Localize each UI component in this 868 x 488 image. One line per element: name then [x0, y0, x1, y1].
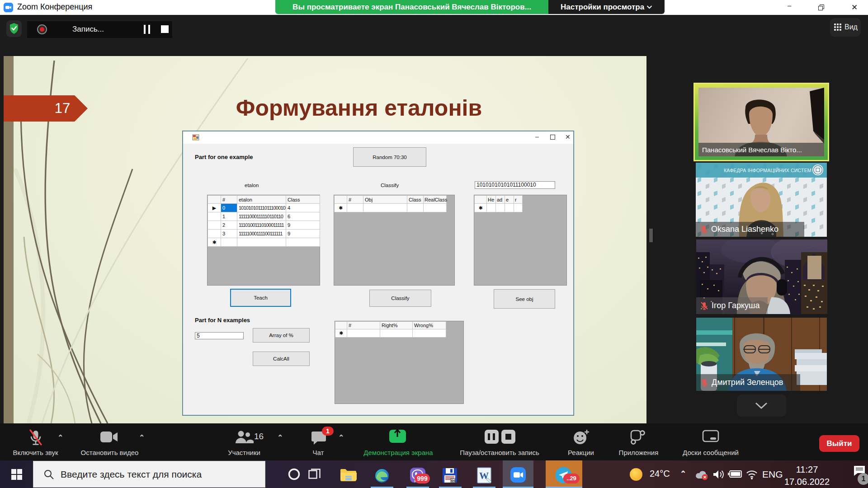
svg-text:КАФЕДРА ІНФОРМАЦІЙНИХ СИСТЕМ: КАФЕДРА ІНФОРМАЦІЙНИХ СИСТЕМ	[724, 168, 811, 173]
svg-text:64:: 64:	[451, 479, 456, 482]
